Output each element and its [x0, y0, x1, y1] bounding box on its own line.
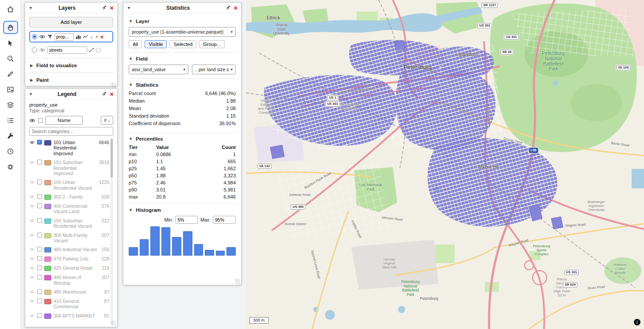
category-checkbox[interactable]	[37, 233, 42, 237]
info-icon[interactable]: i	[634, 319, 640, 325]
collapse-icon[interactable]: ▼	[29, 92, 33, 96]
eye-icon[interactable]	[29, 256, 35, 261]
category-checkbox[interactable]	[37, 160, 42, 164]
filter-selected-button[interactable]: Selected	[169, 40, 196, 48]
category-color-swatch[interactable]	[44, 195, 51, 200]
collapse-icon[interactable]: ▼	[129, 137, 133, 141]
eye-icon[interactable]	[29, 180, 35, 184]
category-color-swatch[interactable]	[44, 204, 51, 209]
category-color-swatch[interactable]	[44, 290, 51, 295]
collapse-icon[interactable]: ▼	[129, 57, 133, 61]
layer-row-streets[interactable]	[29, 44, 113, 56]
category-checkbox[interactable]	[37, 313, 42, 318]
category-checkbox[interactable]	[37, 289, 42, 294]
eye-icon[interactable]	[39, 34, 46, 39]
legend-category-row[interactable]: 479 Parking Lots 128	[29, 254, 109, 264]
category-color-swatch[interactable]	[44, 160, 51, 165]
legend-category-row[interactable]: 485 Warehouse 97	[29, 287, 109, 297]
count-sort-button[interactable]: # ↓	[101, 116, 113, 125]
eye-icon[interactable]	[29, 160, 35, 164]
collapse-icon[interactable]: ▼	[129, 208, 133, 212]
collapse-icon[interactable]: ▼	[29, 6, 33, 10]
pin-icon[interactable]	[101, 5, 107, 11]
category-checkbox[interactable]	[37, 275, 42, 279]
category-checkbox[interactable]	[37, 247, 42, 252]
legend-category-row[interactable]: 300 Multi-Family Vacant 207	[29, 231, 109, 245]
legend-tool-button[interactable]	[3, 114, 18, 127]
category-color-swatch[interactable]	[44, 180, 51, 185]
map[interactable]: EttrickVirginia State UniversityPetersbu…	[246, 0, 644, 329]
category-color-swatch[interactable]	[44, 218, 51, 224]
draw-tool-button[interactable]	[3, 67, 18, 80]
eye-icon[interactable]	[29, 218, 35, 223]
eye-icon[interactable]	[29, 118, 35, 123]
pin-icon[interactable]	[225, 5, 231, 11]
category-color-swatch[interactable]	[44, 247, 51, 252]
histogram-max-input[interactable]	[213, 216, 236, 224]
tools-button[interactable]	[3, 129, 18, 142]
histogram-min-input[interactable]	[175, 216, 198, 224]
select-all-checkbox[interactable]	[38, 118, 43, 123]
collapse-icon[interactable]: ▼	[129, 83, 133, 87]
resize-grip[interactable]	[111, 321, 116, 326]
shapes-tool-button[interactable]	[3, 83, 18, 96]
legend-category-row[interactable]: 101 Urban Residential Improved 6646	[29, 138, 109, 158]
remove-layer-icon[interactable]: ×	[100, 34, 104, 40]
legend-category-row[interactable]: 100 Urban Residential Vacant 1235	[29, 178, 109, 192]
add-layer-button[interactable]: Add layer	[29, 17, 113, 27]
line-chart-icon[interactable]	[83, 34, 88, 39]
eye-icon[interactable]	[29, 290, 35, 294]
eye-icon[interactable]	[29, 233, 35, 237]
legend-category-row[interactable]: 410 General Commercial 87	[29, 297, 109, 311]
category-checkbox[interactable]	[37, 203, 42, 208]
layer-radio[interactable]	[32, 47, 37, 53]
category-checkbox[interactable]	[37, 256, 42, 261]
category-checkbox[interactable]	[37, 298, 42, 303]
section-paint[interactable]: ▶ Paint	[29, 75, 113, 85]
layers-tool-button[interactable]	[3, 98, 18, 111]
legend-category-row[interactable]: 425 General Retail 115	[29, 264, 109, 273]
layer-select[interactable]: property_use (1-assemble-universe.parque…	[129, 27, 236, 37]
legend-category-row[interactable]: 302 2 - Family 530	[29, 192, 109, 202]
eye-icon[interactable]	[29, 275, 35, 279]
eye-icon[interactable]	[29, 314, 35, 318]
home-button[interactable]	[3, 3, 18, 16]
category-color-swatch[interactable]	[44, 314, 51, 319]
scrollbar-thumb[interactable]	[111, 139, 113, 178]
eye-icon[interactable]	[29, 140, 35, 145]
history-button[interactable]	[3, 145, 18, 158]
close-icon[interactable]: ×	[110, 4, 114, 11]
legend-category-row[interactable]: 151 Suburban Residential Improved 3519	[29, 158, 109, 178]
move-up-icon[interactable]: ▲	[90, 35, 93, 39]
collapse-icon[interactable]: ▼	[129, 19, 133, 23]
layer-name-input[interactable]	[47, 46, 87, 54]
layer-name-input[interactable]	[54, 33, 74, 41]
legend-category-row[interactable]: 306 APTS MARKET 81	[29, 311, 109, 321]
category-color-swatch[interactable]	[44, 140, 51, 145]
query-tool-button[interactable]: ?	[3, 52, 18, 65]
eye-icon[interactable]	[29, 247, 35, 252]
name-sort-button[interactable]: Name	[46, 116, 83, 125]
category-color-swatch[interactable]	[44, 233, 51, 238]
filter-visible-button[interactable]: Visible	[145, 40, 167, 48]
category-checkbox[interactable]	[37, 180, 42, 184]
layer-visibility-ring-icon[interactable]	[96, 48, 101, 53]
legend-category-row[interactable]: 400 Commercial Vacant Land 276	[29, 202, 109, 216]
settings-button[interactable]	[3, 160, 18, 173]
filter-icon[interactable]	[47, 34, 53, 39]
section-field-to-visualize[interactable]: ▶ Field to visualize	[29, 61, 113, 70]
category-color-swatch[interactable]	[44, 266, 51, 271]
eye-icon[interactable]	[29, 195, 35, 199]
pan-tool-button[interactable]	[3, 21, 18, 34]
legend-category-row[interactable]: 150 Suburban Residential Vacant 222	[29, 216, 109, 231]
search-categories-input[interactable]	[29, 127, 113, 136]
pin-icon[interactable]	[101, 91, 107, 97]
resize-grip[interactable]	[235, 279, 240, 284]
filter-all-button[interactable]: All	[129, 40, 142, 48]
filter-group-button[interactable]: Group...	[199, 40, 225, 48]
close-icon[interactable]: ×	[110, 91, 114, 97]
category-color-swatch[interactable]	[44, 256, 51, 262]
layer-radio[interactable]	[32, 34, 37, 39]
bar-chart-icon[interactable]	[76, 34, 81, 39]
select-tool-button[interactable]	[3, 36, 18, 50]
